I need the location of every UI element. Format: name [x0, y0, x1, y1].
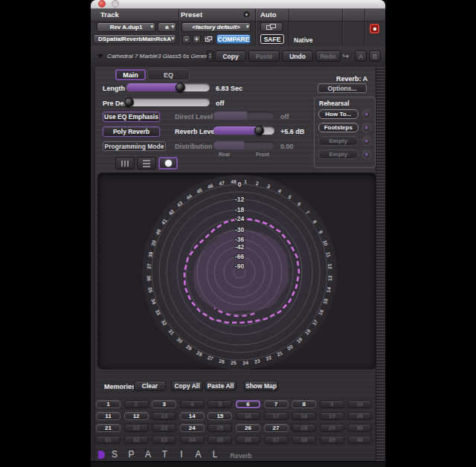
memory-slot[interactable]: 16 [236, 412, 260, 420]
tab-eq[interactable]: EQ [147, 69, 190, 80]
memory-slot[interactable]: 21 [96, 424, 120, 432]
options-button[interactable]: Options... [318, 83, 367, 93]
track-letter-select[interactable]: a ▾ [158, 22, 176, 32]
programming-mode-button[interactable]: Programming Mode [103, 141, 166, 151]
reverb-level-knob[interactable] [254, 126, 264, 135]
memory-slot[interactable]: 35 [208, 436, 232, 444]
preset-select[interactable]: <factory default> ▾ [181, 22, 251, 32]
memory-slot[interactable]: 6 [236, 400, 260, 408]
current-setting-name[interactable]: Cathedral 7 Marble3 Glass5 6s Generic [107, 53, 212, 59]
rehearsal-item-button[interactable]: Empty [318, 136, 358, 146]
rehearsal-menu-button[interactable]: ▼ [362, 149, 372, 159]
view-list-button[interactable] [137, 157, 156, 170]
compare-button[interactable]: COMPARE [216, 34, 251, 44]
plugin-body: Main EQ Reverb: A Length 6.83 Sec Option… [91, 67, 385, 462]
dial-svg[interactable]: 0-12-18-24-30-36-42-66-90123456789101112… [98, 173, 377, 370]
rehearsal-item-button[interactable]: Empty [318, 149, 358, 159]
memory-slot[interactable]: 30 [347, 424, 372, 432]
memory-slot[interactable]: 26 [236, 424, 260, 432]
memory-slot[interactable]: 20 [347, 412, 372, 420]
setting-spinner[interactable]: ▲ ▼ [207, 51, 213, 62]
preset-next-button[interactable]: + [193, 35, 201, 44]
rehearsal-item-button[interactable]: Footsteps [318, 123, 358, 132]
track-select[interactable]: Rev A.dup1 ▾ [97, 22, 155, 32]
disclosure-triangle-icon[interactable] [97, 54, 103, 58]
dial-position-number: 48 [231, 179, 237, 184]
view-bars-button[interactable] [115, 157, 135, 170]
memory-slot[interactable]: 22 [124, 424, 149, 432]
return-arrow-icon[interactable]: ↪ [342, 52, 349, 60]
distribution-slider[interactable] [213, 141, 274, 149]
rehearsal-item-button[interactable]: How To... [318, 109, 358, 119]
view-polar-button[interactable] [158, 157, 178, 170]
length-slider[interactable] [126, 83, 210, 91]
memory-slot[interactable]: 37 [264, 436, 289, 444]
memory-slot[interactable]: 39 [320, 436, 344, 444]
rehearsal-menu-button[interactable]: ▼ [362, 109, 372, 119]
memory-slot[interactable]: 29 [320, 424, 344, 432]
memory-slot[interactable]: 5 [208, 400, 232, 408]
window-titlebar[interactable] [91, 0, 385, 9]
memories-clear-button[interactable]: Clear [134, 381, 166, 391]
memory-slot[interactable]: 24 [180, 424, 205, 432]
memory-slot[interactable]: 7 [264, 400, 289, 408]
use-eq-emphasis-button[interactable]: Use EQ Emphasis [103, 112, 160, 122]
setting-a-button[interactable]: A [355, 51, 367, 62]
safe-button[interactable]: SAFE [260, 34, 284, 44]
undo-button[interactable]: Undo [282, 51, 313, 62]
preset-prev-button[interactable]: - [182, 35, 190, 44]
memory-slot[interactable]: 3 [152, 400, 176, 408]
length-knob[interactable] [176, 83, 185, 92]
memory-slot[interactable]: 28 [292, 424, 316, 432]
memory-slot[interactable]: 2 [124, 400, 149, 408]
direct-level-slider[interactable] [213, 112, 274, 120]
rehearsal-menu-button[interactable]: ▼ [362, 123, 372, 132]
redo-button[interactable]: Redo [315, 51, 341, 62]
memory-slot[interactable]: 12 [124, 412, 149, 420]
memory-slot[interactable]: 38 [292, 436, 316, 444]
preset-copy-button[interactable] [203, 35, 214, 44]
setting-b-button[interactable]: B [369, 51, 381, 62]
poly-reverb-button[interactable]: Poly Reverb [103, 126, 160, 137]
memories-show-map-button[interactable]: Show Map [244, 381, 278, 391]
memory-slot[interactable]: 33 [152, 436, 176, 444]
memory-slot[interactable]: 13 [152, 412, 176, 420]
copy-button[interactable]: Copy [215, 51, 246, 62]
memory-slot[interactable]: 10 [347, 400, 372, 408]
memory-slot[interactable]: 11 [96, 412, 120, 420]
memory-slot[interactable]: 9 [320, 400, 344, 408]
direct-level-label: Direct Level [175, 113, 213, 120]
memory-slot[interactable]: 15 [208, 412, 232, 420]
memory-slot[interactable]: 14 [180, 412, 205, 420]
tab-main[interactable]: Main [115, 69, 146, 80]
memory-slot[interactable]: 18 [292, 412, 316, 420]
preset-menu-icon[interactable]: ▼ [242, 10, 251, 19]
memory-slot[interactable]: 8 [292, 400, 316, 408]
close-button[interactable] [98, 0, 106, 7]
memory-slot[interactable]: 17 [264, 412, 289, 420]
memory-slot[interactable]: 36 [236, 436, 260, 444]
rehearsal-menu-button[interactable]: ▼ [362, 136, 372, 146]
horizontal-lines-icon [143, 159, 150, 168]
memory-slot[interactable]: 19 [320, 412, 344, 420]
reverb-level-slider[interactable] [213, 126, 274, 135]
paste-button[interactable]: Paste [248, 51, 280, 62]
minimize-button[interactable] [112, 0, 119, 7]
memory-slot[interactable]: 31 [96, 436, 120, 444]
memory-slot[interactable]: 23 [152, 424, 176, 432]
plugin-select[interactable]: DSpatialReverbMainRckA ▾ [93, 34, 176, 44]
memories-copy-all-button[interactable]: Copy All [171, 381, 203, 391]
auto-button[interactable] [260, 22, 283, 32]
memory-slot[interactable]: 27 [264, 424, 289, 432]
memory-slot[interactable]: 4 [180, 400, 205, 408]
memory-slot[interactable]: 32 [124, 436, 149, 444]
memory-slot[interactable]: 40 [347, 436, 372, 444]
predelay-knob[interactable] [124, 97, 134, 107]
memory-slot[interactable]: 1 [96, 400, 120, 408]
plugin-target-button[interactable] [370, 24, 379, 33]
memory-slot[interactable]: 34 [180, 436, 205, 444]
memories-paste-all-button[interactable]: Paste All [205, 381, 237, 391]
predelay-slider[interactable] [126, 98, 210, 106]
memory-slot[interactable]: 25 [208, 424, 232, 432]
copy-icon [205, 36, 213, 42]
